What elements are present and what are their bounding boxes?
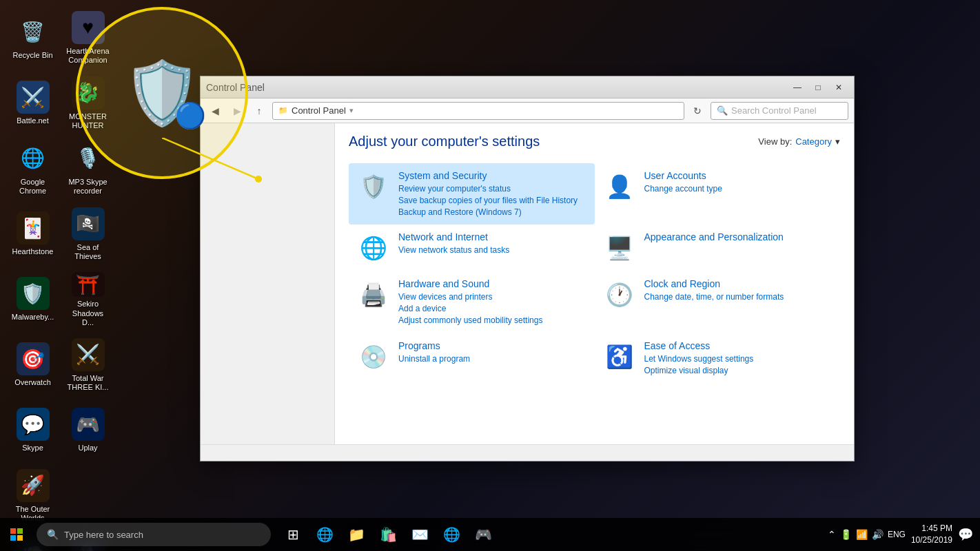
hearthstone-label: Hearthstone	[12, 247, 54, 256]
window-statusbar	[201, 444, 854, 461]
window-content: Adjust your computer's settings View by:…	[335, 123, 854, 444]
uplay-label: Uplay	[78, 444, 97, 453]
window-controls: — □ ✕	[788, 81, 848, 94]
desktop-icon-hearthstone[interactable]: 🃏 Hearthstone	[7, 203, 59, 265]
clock-region-name[interactable]: Clock and Region	[644, 278, 833, 289]
desktop-icon-total-war[interactable]: ⚔️ Total War THREE KI...	[62, 334, 114, 396]
google-chrome-icon: 🌐	[17, 142, 50, 175]
hearthstone-icon: 🃏	[17, 211, 50, 245]
minimize-button[interactable]: —	[788, 81, 807, 94]
desktop: 🗑️ Recycle Bin ♥ HearthArena Companion ⚔…	[0, 0, 980, 551]
svg-rect-4	[10, 535, 16, 541]
sea-of-thieves-icon: 🏴‍☠️	[72, 207, 105, 240]
taskbar-tray: ⌃ 🔋 📶 🔊 ENG 1:45 PM 10/25/2019 💬	[828, 523, 980, 546]
tray-battery-icon: 🔋	[840, 529, 852, 540]
ease-access-info: Ease of Access Let Windows suggest setti…	[644, 340, 833, 377]
malwarebytes-label: Malwareby...	[12, 313, 54, 322]
hardware-sound-link-2[interactable]: Add a device	[398, 303, 586, 315]
taskbar-chrome[interactable]: 🌐	[436, 519, 467, 550]
programs-link-1[interactable]: Uninstall a program	[398, 353, 586, 365]
user-accounts-name[interactable]: User Accounts	[644, 170, 833, 181]
category-ease-access[interactable]: ♿ Ease of Access Let Windows suggest set…	[595, 333, 841, 384]
ease-access-link-2[interactable]: Optimize visual display	[644, 365, 833, 377]
clock-region-link-1[interactable]: Change date, time, or number formats	[644, 291, 833, 303]
taskbar-edge[interactable]: 🌐	[309, 519, 340, 550]
network-internet-info: Network and Internet View network status…	[398, 231, 586, 256]
svg-rect-2	[10, 528, 16, 534]
search-icon: 🔍	[717, 105, 728, 116]
category-appearance[interactable]: 🖥️ Appearance and Personalization	[595, 225, 841, 271]
appearance-name[interactable]: Appearance and Personalization	[644, 231, 833, 242]
security-badge-icon: 🔵	[176, 102, 204, 129]
system-security-link-2[interactable]: Save backup copies of your files with Fi…	[398, 195, 586, 207]
desktop-icon-battlenet[interactable]: ⚔️ Battle.net	[7, 72, 59, 134]
view-by-dropdown-icon: ▾	[835, 136, 840, 147]
appearance-info: Appearance and Personalization	[644, 231, 833, 245]
network-internet-name[interactable]: Network and Internet	[398, 231, 586, 242]
category-programs[interactable]: 💿 Programs Uninstall a program	[349, 333, 595, 384]
tray-clock[interactable]: 1:45 PM 10/25/2019	[911, 523, 952, 546]
tray-date: 10/25/2019	[911, 534, 952, 546]
search-box[interactable]: 🔍 Search Control Panel	[711, 102, 848, 120]
system-security-link-1[interactable]: Review your computer's status	[398, 183, 586, 195]
taskbar-file-explorer[interactable]: 📁	[341, 519, 371, 550]
address-breadcrumb-icon: 📁	[278, 106, 288, 115]
tray-network-icon: 📶	[856, 529, 868, 540]
desktop-icon-sekiro[interactable]: ⛩️ Sekiro Shadows D...	[62, 269, 114, 331]
ease-access-link-1[interactable]: Let Windows suggest settings	[644, 353, 833, 365]
notification-button[interactable]: 💬	[958, 527, 973, 542]
close-button[interactable]: ✕	[829, 81, 848, 94]
address-dropdown-icon[interactable]: ▾	[349, 106, 354, 115]
desktop-icon-sea-of-thieves[interactable]: 🏴‍☠️ Sea of Thieves	[62, 203, 114, 265]
taskbar-action-center[interactable]: 🎮	[468, 519, 498, 550]
start-button[interactable]	[0, 518, 33, 551]
shield-security-icon: 🛡️ 🔵	[123, 57, 201, 129]
user-accounts-icon: 👤	[603, 170, 636, 203]
svg-point-1	[255, 176, 262, 183]
sekiro-icon: ⛩️	[72, 272, 105, 297]
desktop-icon-overwatch[interactable]: 🎯 Overwatch	[7, 334, 59, 396]
taskbar-store[interactable]: 🛍️	[373, 519, 403, 550]
category-system-security[interactable]: 🛡️ System and Security Review your compu…	[349, 163, 595, 225]
system-security-name[interactable]: System and Security	[398, 170, 586, 181]
tray-volume-icon[interactable]: 🔊	[872, 529, 884, 540]
hardware-sound-link-1[interactable]: View devices and printers	[398, 291, 586, 303]
desktop-icon-uplay[interactable]: 🎮 Uplay	[62, 399, 114, 461]
address-input[interactable]: 📁 Control Panel ▾	[272, 102, 684, 120]
appearance-icon: 🖥️	[603, 231, 636, 264]
category-hardware-sound[interactable]: 🖨️ Hardware and Sound View devices and p…	[349, 271, 595, 333]
maximize-button[interactable]: □	[808, 81, 828, 94]
sekiro-label: Sekiro Shadows D...	[65, 300, 110, 327]
taskbar-search-text: Type here to search	[64, 530, 143, 540]
overwatch-label: Overwatch	[14, 378, 51, 387]
taskbar-task-view[interactable]: ⊞	[278, 519, 308, 550]
tray-lang-label[interactable]: ENG	[888, 530, 906, 539]
desktop-icon-recycle-bin[interactable]: 🗑️ Recycle Bin	[7, 7, 59, 69]
taskbar-search-icon: 🔍	[47, 529, 59, 540]
taskbar-search[interactable]: 🔍 Type here to search	[37, 523, 271, 546]
category-network-internet[interactable]: 🌐 Network and Internet View network stat…	[349, 225, 595, 271]
desktop-icon-skype[interactable]: 💬 Skype	[7, 399, 59, 461]
network-internet-link-1[interactable]: View network status and tasks	[398, 245, 586, 256]
desktop-icon-malwarebytes[interactable]: 🛡️ Malwareby...	[7, 269, 59, 331]
refresh-button[interactable]: ↻	[688, 102, 706, 120]
tray-expand-icon[interactable]: ⌃	[828, 529, 836, 540]
google-chrome-label: Google Chrome	[10, 178, 55, 196]
view-by-selector[interactable]: View by: Category ▾	[758, 136, 840, 147]
programs-name[interactable]: Programs	[398, 340, 586, 351]
category-user-accounts[interactable]: 👤 User Accounts Change account type	[595, 163, 841, 225]
hardware-sound-link-3[interactable]: Adjust commonly used mobility settings	[398, 315, 586, 326]
category-clock-region[interactable]: 🕐 Clock and Region Change date, time, or…	[595, 271, 841, 333]
ease-access-name[interactable]: Ease of Access	[644, 340, 833, 351]
up-button[interactable]: ↑	[250, 102, 268, 120]
svg-rect-5	[17, 535, 23, 541]
desktop-icon-google-chrome[interactable]: 🌐 Google Chrome	[7, 138, 59, 200]
taskbar-app-icons: ⊞ 🌐 📁 🛍️ ✉️ 🌐 🎮	[278, 519, 498, 550]
clock-region-icon: 🕐	[603, 278, 636, 311]
hardware-sound-name[interactable]: Hardware and Sound	[398, 278, 586, 289]
taskbar-mail[interactable]: ✉️	[405, 519, 435, 550]
taskbar: 🔍 Type here to search ⊞ 🌐 📁 🛍️ ✉️ 🌐 🎮 ⌃ …	[0, 518, 980, 551]
system-security-link-3[interactable]: Backup and Restore (Windows 7)	[398, 207, 586, 218]
user-accounts-link-1[interactable]: Change account type	[644, 183, 833, 195]
ease-access-icon: ♿	[603, 340, 636, 373]
